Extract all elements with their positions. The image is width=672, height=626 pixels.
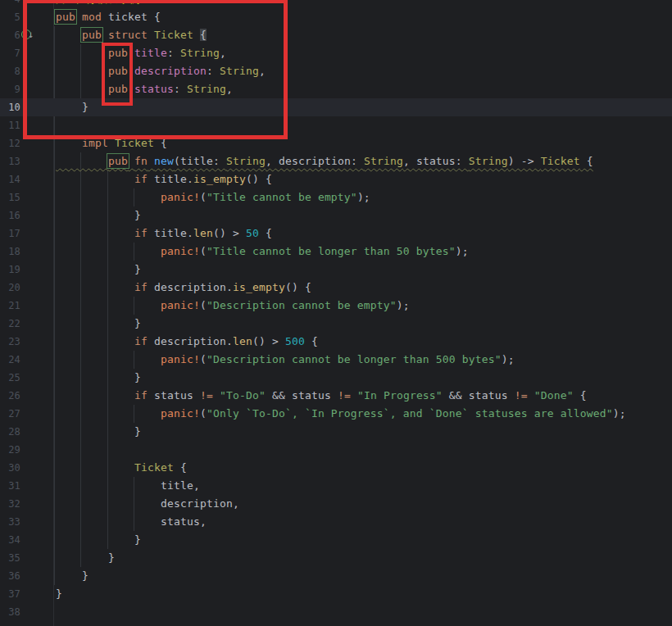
code-line-4[interactable]: 4// 任务模块示例 (0, 0, 672, 8)
line-number-10[interactable]: 10 (0, 98, 44, 116)
code-line-content: pub struct Ticket { (56, 26, 207, 44)
line-number-22[interactable]: 22 (0, 315, 44, 333)
code-token-op: != (515, 389, 528, 401)
code-editor[interactable]: 4// 任务模块示例5pub mod ticket {6I↓ pub struc… (0, 0, 672, 626)
code-token-plain: } (82, 101, 89, 113)
line-number-36[interactable]: 36 (0, 567, 44, 585)
line-number-label: 37 (0, 585, 20, 603)
code-line-23[interactable]: 23 if description.len() > 500 { (0, 333, 672, 351)
code-line-29[interactable]: 29 (0, 441, 672, 459)
code-line-37[interactable]: 37} (0, 585, 672, 603)
line-number-15[interactable]: 15 (0, 188, 44, 206)
code-line-28[interactable]: 28 } (0, 423, 672, 441)
line-number-27[interactable]: 27 (0, 405, 44, 423)
line-number-26[interactable]: 26 (0, 387, 44, 405)
code-token-plain: : (174, 83, 187, 95)
line-number-label: 26 (0, 387, 20, 405)
code-line-6[interactable]: 6I↓ pub struct Ticket { (0, 26, 672, 44)
code-token-plain: description. (148, 281, 233, 293)
code-line-32[interactable]: 32 description, (0, 495, 672, 513)
line-number-16[interactable]: 16 (0, 206, 44, 225)
line-number-25[interactable]: 25 (0, 369, 44, 387)
line-number-33[interactable]: 33 (0, 513, 44, 531)
line-number-5[interactable]: 5 (0, 8, 44, 26)
line-number-32[interactable]: 32 (0, 495, 44, 513)
code-token-kw: pub (108, 47, 128, 59)
implementations-gutter-icon[interactable]: I↓ (21, 29, 31, 39)
code-token-plain: status (148, 389, 200, 401)
code-line-11[interactable]: 11 (0, 116, 672, 134)
line-number-11[interactable]: 11 (0, 116, 44, 134)
line-number-14[interactable]: 14 (0, 170, 44, 188)
code-line-16[interactable]: 16 } (0, 206, 672, 225)
code-token-str: "In Progress" (357, 389, 443, 401)
line-number-21[interactable]: 21 (0, 297, 44, 315)
line-number-31[interactable]: 31 (0, 477, 44, 495)
code-token-plain: , (259, 65, 266, 77)
code-line-34[interactable]: 34 } (0, 531, 672, 549)
code-line-13[interactable]: 13 pub fn new(title: String, description… (0, 152, 672, 170)
code-token-plain: title, (161, 479, 200, 492)
line-number-19[interactable]: 19 (0, 261, 44, 279)
code-token-kwbox: pub (82, 29, 102, 41)
line-number-34[interactable]: 34 (0, 531, 44, 549)
line-number-38[interactable]: 38 (0, 603, 44, 621)
code-token-plain: ); (357, 191, 370, 203)
line-number-18[interactable]: 18 (0, 243, 44, 261)
indent (56, 173, 134, 185)
line-number-29[interactable]: 29 (0, 441, 44, 459)
line-number-label: 12 (0, 134, 20, 152)
code-token-plain: && status (443, 389, 515, 401)
line-number-23[interactable]: 23 (0, 333, 44, 351)
code-line-19[interactable]: 19 } (0, 261, 672, 279)
line-number-35[interactable]: 35 (0, 549, 44, 567)
code-line-8[interactable]: 8 pub description: String, (0, 62, 672, 80)
code-token-kw: impl (82, 137, 108, 149)
code-line-12[interactable]: 12 impl Ticket { (0, 134, 672, 152)
code-token-kwbox: pub (56, 11, 75, 23)
code-line-38[interactable]: 38 (0, 603, 672, 621)
line-number-37[interactable]: 37 (0, 585, 44, 603)
code-line-22[interactable]: 22 } (0, 315, 672, 333)
code-line-35[interactable]: 35 } (0, 549, 672, 567)
line-number-6[interactable]: 6I↓ (0, 26, 44, 44)
code-token-plain: ( (200, 407, 207, 420)
code-line-17[interactable]: 17 if title.len() > 50 { (0, 225, 672, 243)
code-line-7[interactable]: 7 pub title: String, (0, 44, 672, 62)
code-token-fncall: is_empty (233, 281, 285, 293)
line-number-7[interactable]: 7 (0, 44, 44, 62)
line-number-20[interactable]: 20 (0, 279, 44, 297)
code-token-kw: if (134, 281, 148, 293)
code-line-5[interactable]: 5pub mod ticket { (0, 8, 672, 26)
code-line-21[interactable]: 21 panic!("Description cannot be empty")… (0, 297, 672, 315)
line-number-30[interactable]: 30 (0, 459, 44, 477)
code-line-36[interactable]: 36 } (0, 567, 672, 585)
code-line-content: panic!("Title cannot be empty"); (56, 188, 370, 206)
code-line-10[interactable]: 10 } (0, 98, 672, 116)
line-number-label: 25 (0, 369, 20, 387)
line-number-24[interactable]: 24 (0, 351, 44, 369)
code-line-15[interactable]: 15 panic!("Title cannot be empty"); (0, 188, 672, 206)
code-line-31[interactable]: 31 title, (0, 477, 672, 495)
code-line-26[interactable]: 26 if status != "To-Do" && status != "In… (0, 387, 672, 405)
line-number-17[interactable]: 17 (0, 225, 44, 243)
line-number-28[interactable]: 28 (0, 423, 44, 441)
code-line-25[interactable]: 25 } (0, 369, 672, 387)
line-number-13[interactable]: 13 (0, 152, 44, 170)
code-line-30[interactable]: 30 Ticket { (0, 459, 672, 477)
code-line-24[interactable]: 24 panic!("Description cannot be longer … (0, 351, 672, 369)
line-number-8[interactable]: 8 (0, 62, 44, 80)
line-number-12[interactable]: 12 (0, 134, 44, 152)
code-line-20[interactable]: 20 if description.is_empty() { (0, 279, 672, 297)
code-line-content: status, (56, 513, 207, 531)
code-line-9[interactable]: 9 pub status: String, (0, 80, 672, 98)
code-token-plain: () { (246, 173, 272, 185)
editor-lines[interactable]: 4// 任务模块示例5pub mod ticket {6I↓ pub struc… (0, 0, 672, 621)
code-line-18[interactable]: 18 panic!("Title cannot be longer than 5… (0, 243, 672, 261)
code-line-33[interactable]: 33 status, (0, 513, 672, 531)
line-number-9[interactable]: 9 (0, 80, 44, 98)
code-token-plain (128, 83, 134, 95)
code-line-27[interactable]: 27 panic!("Only `To-Do`, `In Progress`, … (0, 405, 672, 423)
line-number-4[interactable]: 4 (0, 0, 44, 8)
code-line-14[interactable]: 14 if title.is_empty() { (0, 170, 672, 188)
